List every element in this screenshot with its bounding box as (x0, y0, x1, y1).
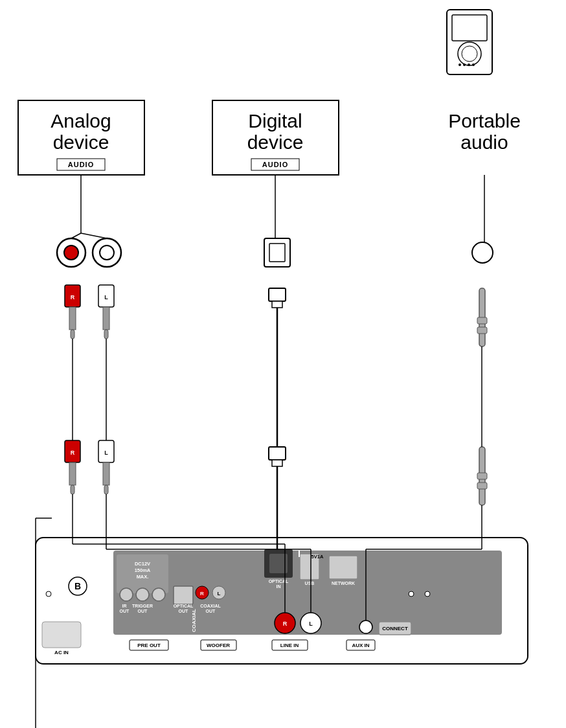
svg-rect-103 (42, 622, 81, 648)
svg-text:OUT: OUT (179, 609, 189, 613)
svg-rect-59 (477, 483, 487, 489)
svg-line-43 (81, 233, 107, 238)
page-container: Analog device AUDIO Digital device AUDIO… (0, 0, 566, 728)
svg-point-26 (472, 242, 493, 263)
svg-point-4 (458, 63, 461, 66)
svg-text:5V1A: 5V1A (311, 554, 324, 560)
svg-text:IN: IN (277, 584, 281, 589)
svg-point-127 (46, 591, 51, 597)
svg-rect-58 (477, 473, 487, 479)
svg-rect-104 (130, 640, 168, 650)
svg-rect-34 (104, 330, 108, 339)
svg-rect-48 (69, 462, 76, 485)
svg-rect-38 (479, 288, 485, 347)
svg-text:COAXIAL: COAXIAL (200, 604, 221, 608)
svg-text:NETWORK: NETWORK (332, 581, 355, 586)
svg-point-6 (468, 63, 470, 66)
svg-text:MAX.: MAX. (137, 574, 149, 580)
svg-text:AC IN: AC IN (54, 650, 69, 655)
svg-line-42 (71, 233, 81, 238)
svg-text:COAXIAL: COAXIAL (191, 609, 197, 632)
svg-rect-75 (269, 554, 288, 573)
svg-rect-25 (269, 244, 285, 262)
svg-text:L: L (104, 449, 108, 456)
svg-rect-46 (65, 440, 80, 462)
svg-text:AUDIO: AUDIO (68, 161, 94, 168)
svg-text:150mA: 150mA (135, 567, 151, 573)
svg-point-22 (93, 238, 121, 267)
svg-point-70 (120, 588, 133, 601)
svg-point-2 (458, 42, 481, 65)
svg-point-23 (100, 245, 114, 260)
svg-point-129 (425, 591, 430, 597)
svg-text:OUT: OUT (206, 609, 216, 613)
svg-rect-36 (272, 301, 282, 308)
svg-rect-1 (452, 15, 487, 41)
svg-point-5 (463, 63, 466, 66)
svg-rect-108 (272, 640, 308, 650)
svg-rect-33 (103, 307, 109, 330)
svg-rect-55 (272, 460, 282, 466)
svg-rect-106 (201, 640, 236, 650)
svg-text:TRIGGER: TRIGGER (132, 604, 153, 608)
svg-rect-24 (264, 238, 290, 267)
svg-text:OPTICAL: OPTICAL (269, 579, 289, 584)
connection-diagram: Analog device AUDIO Digital device AUDIO… (0, 0, 566, 728)
svg-text:WOOFER: WOOFER (207, 643, 230, 648)
svg-rect-52 (103, 462, 109, 485)
svg-point-7 (472, 63, 475, 66)
svg-rect-126 (299, 551, 300, 557)
svg-rect-8 (18, 100, 144, 175)
svg-text:R: R (200, 591, 204, 597)
svg-rect-0 (447, 10, 492, 74)
svg-text:audio: audio (460, 131, 508, 153)
svg-text:Digital: Digital (248, 110, 302, 131)
svg-rect-29 (69, 307, 76, 330)
svg-text:Analog: Analog (51, 110, 111, 131)
svg-text:LINE IN: LINE IN (280, 643, 299, 648)
svg-rect-11 (57, 159, 105, 170)
svg-rect-99 (379, 622, 411, 635)
svg-rect-16 (251, 159, 299, 170)
svg-text:R: R (71, 294, 75, 301)
svg-rect-65 (113, 551, 502, 635)
svg-text:CONNECT: CONNECT (382, 626, 408, 631)
svg-text:OUT: OUT (138, 609, 148, 613)
svg-rect-49 (71, 485, 74, 494)
svg-text:L: L (218, 591, 221, 597)
svg-rect-39 (477, 317, 487, 324)
svg-point-128 (409, 591, 414, 597)
svg-rect-73 (174, 586, 193, 604)
svg-rect-74 (264, 549, 293, 578)
svg-text:B: B (74, 581, 81, 591)
svg-point-72 (152, 588, 165, 601)
svg-rect-53 (104, 485, 108, 494)
svg-rect-40 (477, 327, 487, 334)
svg-rect-66 (117, 554, 168, 593)
svg-text:Portable: Portable (448, 110, 521, 131)
svg-text:OUT: OUT (120, 609, 130, 613)
svg-point-21 (64, 245, 78, 260)
svg-text:R: R (71, 449, 75, 456)
svg-rect-50 (98, 440, 114, 462)
svg-rect-31 (98, 285, 114, 307)
svg-text:AUX IN: AUX IN (352, 643, 369, 648)
svg-text:R: R (283, 620, 288, 627)
svg-point-94 (275, 613, 295, 633)
svg-text:IR: IR (122, 604, 127, 608)
svg-point-3 (462, 46, 477, 62)
svg-text:OPTICAL: OPTICAL (174, 604, 194, 608)
svg-text:PRE OUT: PRE OUT (137, 643, 161, 648)
svg-text:AUDIO: AUDIO (262, 161, 288, 168)
svg-rect-78 (300, 554, 319, 580)
svg-text:device: device (53, 131, 109, 153)
svg-rect-57 (479, 447, 485, 505)
svg-point-86 (196, 586, 209, 599)
svg-text:device: device (247, 131, 304, 153)
svg-rect-110 (346, 640, 375, 650)
svg-rect-64 (36, 538, 528, 664)
svg-rect-13 (212, 100, 339, 175)
svg-point-20 (57, 238, 85, 267)
svg-rect-30 (71, 330, 74, 339)
svg-point-88 (212, 586, 225, 599)
